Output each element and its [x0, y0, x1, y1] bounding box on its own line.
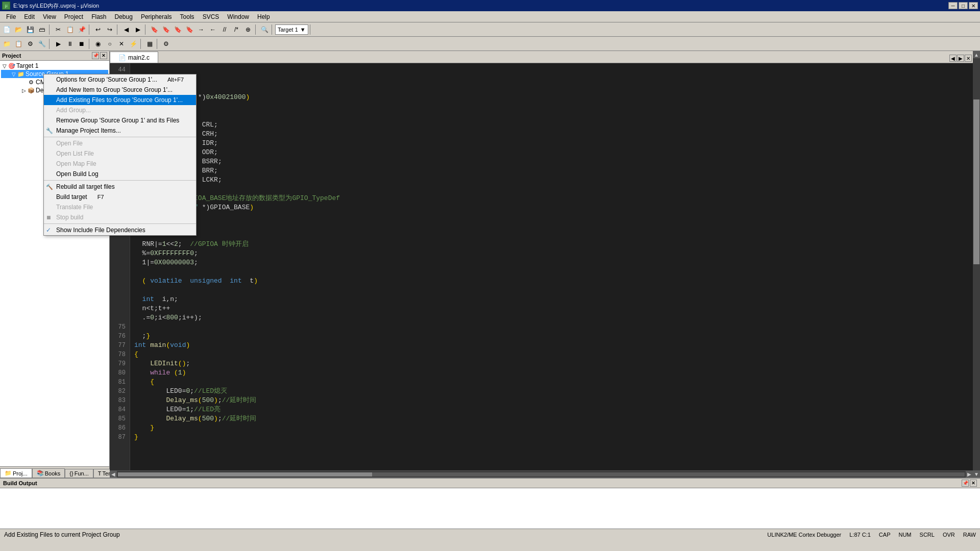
insert-btn[interactable]: ⊕ [242, 24, 254, 35]
comment-btn[interactable]: // [219, 24, 230, 35]
close-button[interactable]: ✕ [969, 2, 978, 9]
ctx-add-group: Add Group... [44, 105, 196, 115]
menu-edit[interactable]: Edit [20, 12, 39, 22]
undo-btn[interactable]: ↩ [92, 24, 104, 35]
dbg4-btn[interactable]: ◉ [92, 38, 104, 49]
btab-books-icon: 📚 [37, 470, 44, 477]
panel-pin-btn[interactable]: 📌 [92, 52, 99, 59]
vscroll-track[interactable] [973, 58, 979, 470]
project-btn[interactable]: 📁 [1, 38, 12, 49]
proj4-btn[interactable]: 🔧 [36, 38, 47, 49]
unindent-btn[interactable]: ← [207, 24, 218, 35]
menu-peripherals[interactable]: Peripherals [137, 12, 176, 22]
scrollbar-track[interactable] [118, 472, 965, 477]
menu-help[interactable]: Help [253, 12, 274, 22]
sep1 [49, 24, 51, 35]
redo-btn[interactable]: ↪ [104, 24, 115, 35]
save-btn[interactable]: 💾 [24, 24, 36, 35]
dbg2-btn[interactable]: ⏸ [64, 38, 76, 49]
tab-prev-btn[interactable]: ◀ [949, 55, 957, 62]
menu-debug[interactable]: Debug [111, 12, 137, 22]
ctx-manage-items[interactable]: 🔧 Manage Project Items... [44, 126, 196, 136]
btab-project-icon: 📁 [5, 470, 12, 477]
dbg5-btn[interactable]: ○ [104, 38, 115, 49]
menu-project[interactable]: Project [60, 12, 87, 22]
menu-tools[interactable]: Tools [176, 12, 199, 22]
tab-close-all-btn[interactable]: ✕ [965, 55, 972, 62]
vertical-scrollbar[interactable]: ▲ ▼ [973, 51, 980, 478]
ctx-add-new-item[interactable]: Add New Item to Group 'Source Group 1'..… [44, 85, 196, 95]
nav-fwd-btn[interactable]: ▶ [132, 24, 143, 35]
menu-view[interactable]: View [39, 12, 60, 22]
build-pin-btn[interactable]: 📌 [962, 480, 969, 487]
target-dropdown[interactable]: Target 1 ▼ [275, 24, 308, 35]
dbg7-btn[interactable]: ⚡ [128, 38, 139, 49]
tree-target1[interactable]: ▽ 🎯 Target 1 [1, 62, 108, 70]
proj2-btn[interactable]: 📋 [13, 38, 24, 49]
ctx-build-target[interactable]: Build target F7 [44, 192, 196, 202]
tree-cmsis-expand [21, 80, 27, 85]
ctx-remove-group-label: Remove Group 'Source Group 1' and its Fi… [56, 117, 179, 124]
minimize-button[interactable]: ─ [948, 2, 958, 9]
ctx-build-shortcut: F7 [97, 194, 104, 200]
status-scrl: SCRL [920, 532, 935, 538]
menu-svcs[interactable]: SVCS [199, 12, 224, 22]
dbg6-btn[interactable]: ✕ [116, 38, 127, 49]
panel-close-btn[interactable]: ✕ [100, 52, 107, 59]
btab-functions[interactable]: {} Fun... [65, 469, 93, 478]
vscroll-thumb[interactable] [973, 99, 979, 264]
dbg1-btn[interactable]: ▶ [53, 38, 64, 49]
find-btn[interactable]: 🔍 [259, 24, 270, 35]
status-ovr: OVR [943, 532, 955, 538]
scroll-down-btn[interactable]: ▼ [973, 470, 980, 478]
tab-next-btn[interactable]: ▶ [957, 55, 964, 62]
ctx-sep3 [44, 223, 196, 224]
cut-btn[interactable]: ✂ [53, 24, 64, 35]
code-content[interactable]: 44 45 [110, 63, 973, 470]
ctx-open-build-log[interactable]: Open Build Log [44, 169, 196, 179]
bookmark1-btn[interactable]: 🔖 [149, 24, 160, 35]
dbg3-btn[interactable]: ⏹ [76, 38, 87, 49]
maximize-button[interactable]: □ [959, 2, 968, 9]
sep6 [272, 24, 274, 35]
view1-btn[interactable]: ▦ [144, 38, 155, 49]
uncomment-btn[interactable]: /* [231, 24, 242, 35]
status-caps: CAP [879, 532, 891, 538]
scroll-up-btn[interactable]: ▲ [973, 51, 980, 58]
open-btn[interactable]: 📂 [13, 24, 24, 35]
ctx-options-group[interactable]: Options for Group 'Source Group 1'... Al… [44, 74, 196, 85]
ctx-translate-file: Translate File [44, 202, 196, 212]
scroll-left-btn[interactable]: ◀ [110, 471, 117, 478]
btab-project[interactable]: 📁 Proj... [0, 468, 32, 478]
nav-back-btn[interactable]: ◀ [120, 24, 132, 35]
scrollbar-thumb[interactable] [118, 472, 372, 477]
ctx-build-target-label: Build target [56, 193, 87, 201]
menu-file[interactable]: File [2, 12, 20, 22]
ctx-show-include[interactable]: ✓ Show Include File Dependencies [44, 225, 196, 235]
proj3-btn[interactable]: ⚙ [24, 38, 36, 49]
bookmark2-btn[interactable]: 🔖 [160, 24, 172, 35]
ctx-add-existing[interactable]: Add Existing Files to Group 'Source Grou… [44, 95, 196, 105]
sep8 [49, 39, 51, 49]
tab-main2c[interactable]: 📄 main2.c [110, 52, 158, 63]
menu-window[interactable]: Window [223, 12, 253, 22]
build-close-btn[interactable]: ✕ [970, 480, 977, 487]
bookmark3-btn[interactable]: 🔖 [172, 24, 183, 35]
scroll-right-btn[interactable]: ▶ [966, 471, 973, 478]
tab-bar: 📄 main2.c ◀ ▶ ✕ [110, 51, 973, 63]
check-icon: ✓ [46, 227, 51, 234]
menu-flash[interactable]: Flash [87, 12, 110, 22]
save-all-btn[interactable]: 🗃 [36, 24, 47, 35]
new-file-btn[interactable]: 📄 [1, 24, 12, 35]
horizontal-scrollbar[interactable]: ◀ ▶ [110, 470, 973, 478]
btab-books[interactable]: 📚 Books [32, 468, 65, 478]
bookmark4-btn[interactable]: 🔖 [184, 24, 195, 35]
build-content [0, 488, 980, 524]
ctx-rebuild-all[interactable]: 🔨 Rebuild all target files [44, 182, 196, 192]
indent-btn[interactable]: → [195, 24, 207, 35]
settings-btn[interactable]: ⚙ [160, 38, 172, 49]
ctx-remove-group[interactable]: Remove Group 'Source Group 1' and its Fi… [44, 115, 196, 126]
code-text[interactable]: } RCC_TypeDef; ((RCC_TypeDef *)0x4002100… [130, 63, 973, 470]
paste-btn[interactable]: 📌 [76, 24, 87, 35]
copy-btn[interactable]: 📋 [64, 24, 76, 35]
